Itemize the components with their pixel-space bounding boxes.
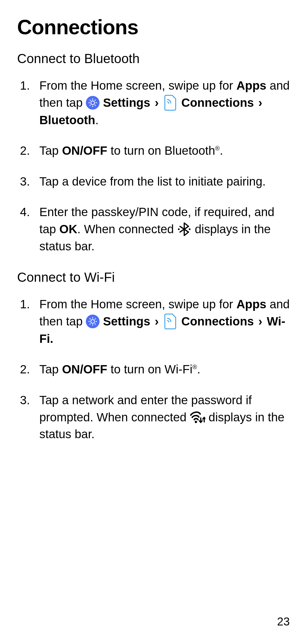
list-item: 4. Enter the passkey/PIN code, if requir…: [17, 204, 291, 255]
step-text: Tap: [39, 363, 62, 376]
onoff-label: ON/OFF: [62, 363, 107, 376]
page-title: Connections: [17, 15, 291, 39]
list-item: 3. Tap a device from the list to initiat…: [17, 173, 291, 190]
steps-list-bluetooth: 1. From the Home screen, swipe up for Ap…: [17, 77, 291, 255]
settings-gear-icon: [86, 315, 100, 328]
period: .: [95, 113, 99, 127]
bluetooth-label: Bluetooth: [39, 113, 95, 127]
connections-sim-icon: [163, 95, 178, 111]
list-item: 2. Tap ON/OFF to turn on Wi-Fi®.: [17, 361, 291, 378]
step-text: . When connected: [77, 222, 177, 236]
svg-point-3: [189, 228, 191, 230]
list-item: 2. Tap ON/OFF to turn on Bluetooth®.: [17, 142, 291, 159]
period: .: [220, 144, 223, 157]
period: .: [197, 363, 200, 376]
step-number: 3.: [20, 173, 30, 190]
wifi-arrows-icon: [190, 411, 205, 424]
connections-label: Connections: [181, 96, 254, 109]
step-text: to turn on Wi-Fi: [107, 363, 193, 376]
apps-label: Apps: [236, 297, 266, 311]
connections-sim-icon: [163, 313, 178, 329]
step-text: to turn on Bluetooth: [107, 144, 215, 157]
list-item: 3. Tap a network and enter the password …: [17, 392, 291, 443]
svg-point-0: [86, 96, 100, 110]
list-item: 1. From the Home screen, swipe up for Ap…: [17, 296, 291, 347]
step-number: 1.: [20, 296, 30, 313]
connections-label: Connections: [181, 315, 254, 328]
section-heading-bluetooth: Connect to Bluetooth: [17, 51, 291, 66]
step-text: From the Home screen, swipe up for: [39, 297, 236, 311]
apps-label: Apps: [236, 79, 266, 92]
document-page: Connections Connect to Bluetooth 1. From…: [0, 0, 308, 443]
step-number: 3.: [20, 392, 30, 409]
ok-label: OK: [59, 222, 77, 236]
step-text: Tap: [39, 144, 62, 157]
registered-mark: ®: [193, 363, 197, 371]
step-text: From the Home screen, swipe up for: [39, 79, 236, 92]
bluetooth-connected-icon: [177, 222, 191, 236]
step-number: 2.: [20, 142, 30, 159]
onoff-label: ON/OFF: [62, 144, 107, 157]
svg-point-6: [195, 421, 197, 423]
steps-list-wifi: 1. From the Home screen, swipe up for Ap…: [17, 296, 291, 443]
list-item: 1. From the Home screen, swipe up for Ap…: [17, 77, 291, 128]
step-number: 2.: [20, 361, 30, 378]
chevron-right-icon: ›: [257, 96, 264, 109]
settings-label: Settings: [103, 315, 150, 328]
step-number: 1.: [20, 77, 30, 94]
settings-label: Settings: [103, 96, 150, 109]
svg-point-2: [178, 228, 180, 230]
svg-point-4: [86, 315, 100, 328]
settings-gear-icon: [86, 96, 100, 110]
step-text: Tap a device from the list to initiate p…: [39, 175, 266, 188]
step-number: 4.: [20, 204, 30, 221]
chevron-right-icon: ›: [257, 315, 264, 328]
chevron-right-icon: ›: [154, 96, 160, 109]
chevron-right-icon: ›: [154, 315, 160, 328]
registered-mark: ®: [215, 145, 220, 152]
page-number: 23: [277, 615, 290, 628]
section-heading-wifi: Connect to Wi-Fi: [17, 269, 291, 285]
